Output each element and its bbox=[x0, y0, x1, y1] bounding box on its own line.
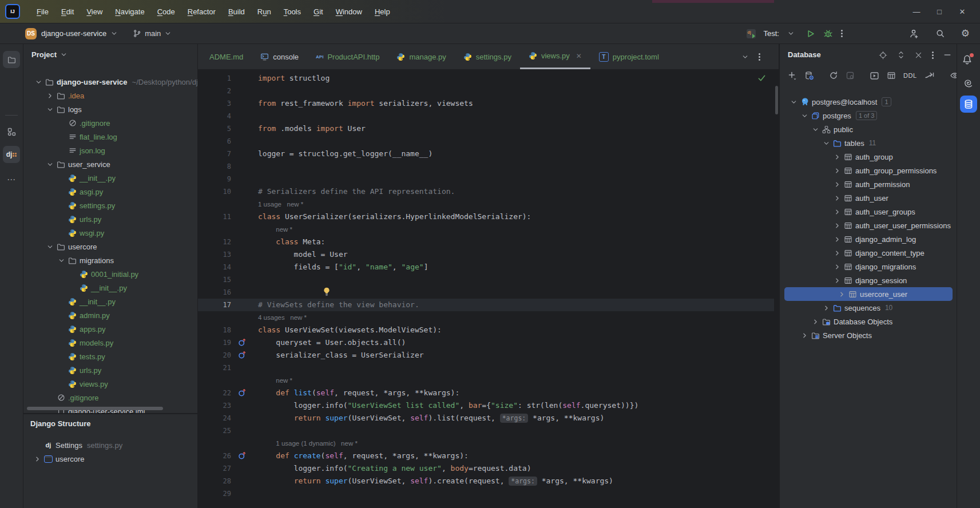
window-minimize-button[interactable]: — bbox=[912, 7, 921, 16]
hide-icon[interactable] bbox=[943, 51, 951, 59]
code-line-21[interactable]: 21 bbox=[198, 362, 774, 374]
refresh-button[interactable] bbox=[829, 71, 838, 80]
chevron-right-icon[interactable] bbox=[832, 181, 843, 188]
project-item-gitignore[interactable]: .gitignore bbox=[23, 116, 197, 130]
database-tool-button[interactable] bbox=[960, 96, 977, 113]
menu-refactor[interactable]: Refactor bbox=[182, 6, 221, 18]
db-item-auth-group[interactable]: auth_group bbox=[780, 150, 957, 164]
chevron-right-icon[interactable] bbox=[45, 92, 55, 100]
db-item-django-content-type[interactable]: django_content_type bbox=[780, 246, 957, 260]
project-item-usercore[interactable]: usercore bbox=[23, 240, 197, 253]
chevron-right-icon[interactable] bbox=[799, 332, 810, 339]
menu-navigate[interactable]: Navigate bbox=[110, 6, 149, 18]
db-item-auth-group-permissions[interactable]: auth_group_permissions bbox=[780, 164, 957, 177]
tab-views-py[interactable]: views.py✕ bbox=[520, 44, 590, 69]
structure-tool-button[interactable] bbox=[3, 123, 20, 140]
usages-hint[interactable]: new * bbox=[276, 374, 292, 387]
code-editor[interactable]: 1import structlog23from rest_framework i… bbox=[198, 70, 774, 508]
django-item-settings[interactable]: djSettingssettings.py bbox=[23, 438, 197, 452]
chevron-down-icon[interactable] bbox=[33, 78, 44, 86]
usages-hint[interactable]: 4 usages new * bbox=[258, 311, 307, 324]
locate-icon[interactable] bbox=[879, 51, 887, 59]
db-item-server-objects[interactable]: Server Objects bbox=[780, 328, 957, 342]
project-item-wsgi-py[interactable]: wsgi.py bbox=[23, 226, 197, 240]
code-line-12[interactable]: 12 class Meta: bbox=[198, 236, 774, 248]
project-item-flat-line-log[interactable]: flat_line.log bbox=[23, 130, 197, 144]
code-line-14[interactable]: 14 fields = ["id", "name", "age"] bbox=[198, 261, 774, 273]
window-maximize-button[interactable]: □ bbox=[935, 7, 943, 16]
project-item-tests-py[interactable]: tests.py bbox=[23, 350, 197, 363]
code-line-18[interactable]: 18class UserViewSet(viewsets.ModelViewSe… bbox=[198, 324, 774, 336]
django-structure-header[interactable]: Django Structure bbox=[23, 414, 197, 432]
navigate-button[interactable] bbox=[925, 71, 935, 80]
more-run-options[interactable] bbox=[841, 30, 843, 37]
project-item-idea[interactable]: .idea bbox=[23, 89, 197, 102]
db-item-auth-user-user-permissions[interactable]: auth_user_user_permissions bbox=[780, 219, 957, 232]
db-item-sequences[interactable]: sequences10 bbox=[780, 301, 957, 315]
chevron-right-icon[interactable] bbox=[832, 263, 843, 271]
add-button[interactable] bbox=[788, 71, 797, 80]
chevron-right-icon[interactable] bbox=[810, 318, 821, 326]
more-icon[interactable] bbox=[932, 51, 934, 59]
chevron-down-icon[interactable] bbox=[45, 106, 55, 113]
project-panel-header[interactable]: Project bbox=[23, 44, 197, 65]
db-item-postgres-localhost[interactable]: postgres@localhost1 bbox=[780, 95, 957, 109]
project-item-0001-initial-py[interactable]: 0001_initial.py bbox=[23, 267, 197, 281]
override-gutter-icon[interactable] bbox=[238, 338, 246, 347]
chevron-down-icon[interactable] bbox=[787, 30, 795, 37]
menu-file[interactable]: File bbox=[31, 6, 54, 18]
search-icon[interactable] bbox=[935, 29, 945, 38]
project-item-settings-py[interactable]: settings.py bbox=[23, 199, 197, 212]
db-item-django-session[interactable]: django_session bbox=[780, 273, 957, 287]
chevron-right-icon[interactable] bbox=[832, 249, 843, 257]
project-item-init-py[interactable]: __init__.py bbox=[23, 295, 197, 308]
code-line-4[interactable]: 4 bbox=[198, 110, 774, 122]
inspections-ok-icon[interactable] bbox=[757, 74, 766, 82]
code-line-20[interactable]: 20 serializer_class = UserSerializer bbox=[198, 349, 774, 362]
jump-console-button[interactable] bbox=[870, 71, 879, 81]
run-config-name[interactable]: Test: bbox=[764, 29, 779, 38]
project-item-models-py[interactable]: models.py bbox=[23, 336, 197, 350]
collapse-all-icon[interactable] bbox=[915, 51, 922, 59]
db-item-django-migrations[interactable]: django_migrations bbox=[780, 260, 957, 273]
project-item-asgi-py[interactable]: asgi.py bbox=[23, 185, 197, 199]
run-button[interactable] bbox=[806, 29, 815, 38]
run-config-icon[interactable]: dj bbox=[747, 29, 756, 38]
tab-pyproject-toml[interactable]: Tpyproject.toml bbox=[590, 44, 668, 69]
code-line-8[interactable]: 8 bbox=[198, 160, 774, 173]
chevron-right-icon[interactable] bbox=[836, 291, 847, 298]
project-item-migrations[interactable]: migrations bbox=[23, 253, 197, 267]
chevron-right-icon[interactable] bbox=[832, 236, 843, 243]
branch-selector[interactable]: main bbox=[133, 29, 172, 38]
project-item-logs[interactable]: logs bbox=[23, 102, 197, 116]
tab-adme-md[interactable]: ADME.md bbox=[198, 44, 252, 69]
code-line-11[interactable]: 11class UserSerializer(serializers.Hyper… bbox=[198, 211, 774, 223]
override-gutter-icon[interactable] bbox=[238, 451, 246, 460]
menu-tools[interactable]: Tools bbox=[279, 6, 306, 18]
code-line-2[interactable]: 2 bbox=[198, 85, 774, 97]
chevron-down-icon[interactable] bbox=[821, 140, 832, 147]
code-line-29[interactable]: 29 bbox=[198, 487, 774, 500]
chevron-right-icon[interactable] bbox=[821, 304, 832, 312]
open-table-button[interactable] bbox=[887, 71, 896, 80]
db-item-postgres[interactable]: postgres1 of 3 bbox=[780, 109, 957, 122]
tab-console[interactable]: console bbox=[252, 44, 307, 69]
code-line-19[interactable]: 19 queryset = User.objects.all() bbox=[198, 336, 774, 349]
project-item-json-log[interactable]: json.log bbox=[23, 144, 197, 157]
project-item-views-py[interactable]: views.py bbox=[23, 377, 197, 391]
project-item-user-service[interactable]: user_service bbox=[23, 157, 197, 171]
project-item-urls-py[interactable]: urls.py bbox=[23, 212, 197, 226]
chevron-down-icon[interactable] bbox=[45, 161, 55, 168]
editor-scrollbar[interactable] bbox=[775, 70, 779, 508]
tab-close-icon[interactable]: ✕ bbox=[576, 52, 582, 60]
window-close-button[interactable]: ✕ bbox=[958, 7, 966, 16]
code-line-7[interactable]: 7logger = structlog.get_logger(__name__) bbox=[198, 148, 774, 160]
more-tool-windows-button[interactable]: ⋯ bbox=[3, 171, 20, 188]
db-item-database-objects[interactable]: Database Objects bbox=[780, 315, 957, 328]
expand-icon[interactable] bbox=[897, 51, 905, 59]
db-item-auth-permission[interactable]: auth_permission bbox=[780, 177, 957, 191]
chevron-right-icon[interactable] bbox=[32, 455, 43, 463]
db-item-tables[interactable]: tables11 bbox=[780, 136, 957, 150]
override-gutter-icon[interactable] bbox=[238, 351, 246, 359]
code-line-9[interactable]: 9 bbox=[198, 173, 774, 185]
